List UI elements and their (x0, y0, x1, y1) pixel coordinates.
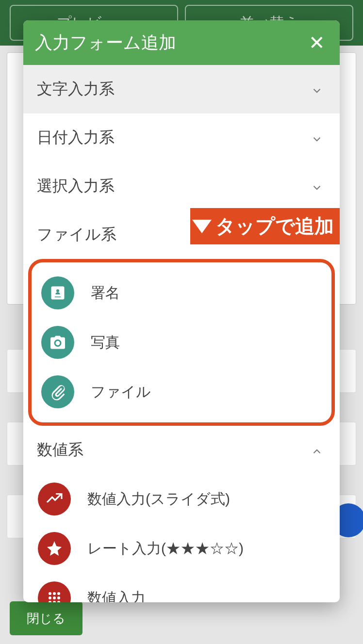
category-label: 数値系 (37, 439, 83, 461)
close-icon[interactable]: ✕ (309, 33, 325, 52)
chevron-up-icon (311, 444, 323, 456)
option-label: 署名 (91, 283, 120, 303)
option-label: ファイル (91, 382, 151, 402)
option-number-slider[interactable]: 数値入力(スライダ式) (23, 474, 340, 524)
trend-icon (38, 483, 71, 515)
option-label: 写真 (91, 333, 120, 353)
option-label: 数値入力 (87, 588, 146, 603)
category-number[interactable]: 数値系 (23, 426, 340, 474)
svg-point-2 (57, 592, 60, 595)
category-select[interactable]: 選択入力系 (23, 162, 340, 210)
triangle-down-icon (192, 220, 212, 233)
svg-point-6 (49, 601, 51, 602)
option-photo[interactable]: 写真 (32, 318, 331, 367)
svg-point-4 (53, 596, 56, 599)
option-label: レート入力(★★★☆☆) (87, 539, 244, 559)
category-list: 文字入力系 日付入力系 選択入力系 ファイル系 タップで追加 (23, 65, 340, 602)
attachment-icon (41, 375, 74, 408)
svg-point-1 (53, 592, 56, 595)
category-label: 文字入力系 (37, 79, 115, 100)
option-number[interactable]: 数値入力 (23, 573, 340, 602)
keypad-icon (38, 581, 71, 602)
tap-to-add-callout: タップで追加 (190, 208, 340, 244)
callout-text: タップで追加 (215, 213, 334, 240)
svg-point-8 (57, 601, 60, 602)
modal-title: 入力フォーム追加 (35, 31, 176, 55)
category-date[interactable]: 日付入力系 (23, 113, 340, 162)
camera-icon (41, 326, 74, 359)
option-label: 数値入力(スライダ式) (87, 489, 230, 509)
svg-point-7 (53, 601, 56, 602)
option-file[interactable]: ファイル (32, 367, 331, 417)
category-label: 選択入力系 (37, 176, 115, 197)
category-label: ファイル系 (37, 224, 116, 245)
svg-point-3 (49, 596, 51, 599)
background-close-button: 閉じる (10, 601, 82, 635)
chevron-down-icon (311, 83, 323, 96)
option-rate[interactable]: レート入力(★★★☆☆) (23, 524, 340, 573)
category-label: 日付入力系 (37, 127, 115, 148)
chevron-down-icon (311, 131, 323, 144)
svg-point-0 (49, 592, 51, 595)
modal-header: 入力フォーム追加 ✕ (23, 20, 340, 65)
option-signature[interactable]: 署名 (32, 268, 331, 318)
svg-point-5 (57, 596, 60, 599)
add-form-modal: 入力フォーム追加 ✕ 文字入力系 日付入力系 選択入力系 ファイル系 タップで追… (23, 20, 340, 602)
star-icon (38, 532, 71, 565)
category-text[interactable]: 文字入力系 (23, 65, 340, 113)
signature-icon (41, 276, 74, 309)
file-options-highlight: 署名 写真 ファイル (28, 259, 335, 426)
chevron-down-icon (311, 180, 323, 193)
